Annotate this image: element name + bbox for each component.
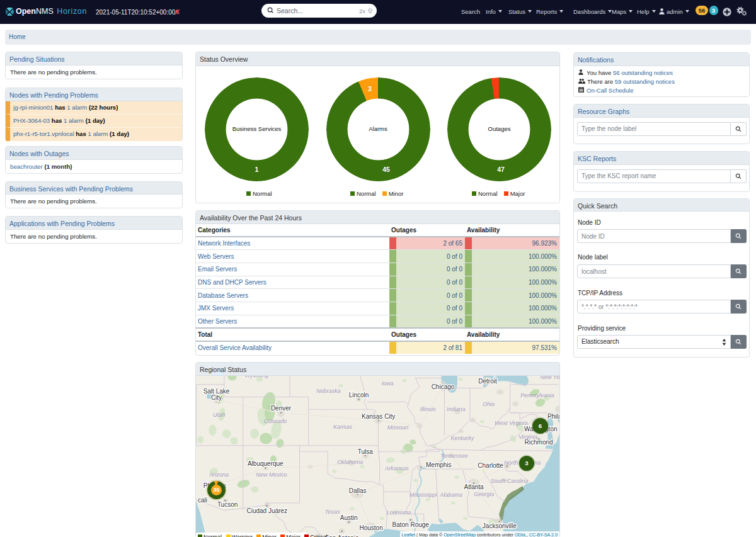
svg-text:Illinois: Illinois <box>420 406 437 412</box>
svg-text:City: City <box>211 394 222 401</box>
svg-text:New York: New York <box>541 376 559 380</box>
svg-text:Missouri: Missouri <box>387 424 410 431</box>
svg-text:Kansas City: Kansas City <box>362 412 395 419</box>
svg-text:South Carolina: South Carolina <box>491 477 529 483</box>
svg-text:Austin: Austin <box>340 514 358 521</box>
svg-text:Kentucky: Kentucky <box>451 435 475 441</box>
svg-text:Nebraska: Nebraska <box>316 387 341 393</box>
svg-text:Baton Rouge: Baton Rouge <box>392 521 430 528</box>
svg-text:Indiana: Indiana <box>447 406 466 412</box>
svg-text:Colorado: Colorado <box>264 417 287 424</box>
svg-text:Jacksonville: Jacksonville <box>483 523 517 529</box>
svg-text:Tennessee: Tennessee <box>440 453 468 459</box>
svg-text:Kansas: Kansas <box>333 424 353 430</box>
svg-text:Chicago: Chicago <box>432 383 455 390</box>
svg-text:Dallas: Dallas <box>349 487 367 494</box>
svg-text:Tulsa: Tulsa <box>358 448 374 455</box>
svg-text:Detroit: Detroit <box>478 377 497 384</box>
svg-text:Utah: Utah <box>213 412 225 418</box>
svg-text:Denver: Denver <box>271 405 292 412</box>
svg-text:Ohio: Ohio <box>483 401 495 407</box>
svg-text:Pennsylvania: Pennsylvania <box>520 392 554 398</box>
svg-text:Arizona: Arizona <box>209 471 229 477</box>
svg-text:Mississippi: Mississippi <box>410 492 438 498</box>
svg-text:Tucson: Tucson <box>217 501 238 508</box>
svg-text:Lincoln: Lincoln <box>349 392 369 399</box>
svg-text:Atlanta: Atlanta <box>464 483 484 490</box>
svg-text:Texas: Texas <box>325 508 340 514</box>
svg-text:Georgia: Georgia <box>474 491 494 497</box>
svg-text:Albuquerque: Albuquerque <box>248 460 284 467</box>
svg-text:Alabama: Alabama <box>440 492 463 498</box>
svg-text:Houston: Houston <box>359 524 382 531</box>
svg-text:Philadelphia: Philadelphia <box>547 413 559 420</box>
svg-text:Wyoming: Wyoming <box>244 376 268 378</box>
svg-text:Memphis: Memphis <box>426 461 452 468</box>
svg-text:New Mexico: New Mexico <box>256 471 287 477</box>
svg-text:Ciudad Juárez: Ciudad Juárez <box>246 507 287 514</box>
svg-text:Charlotte: Charlotte <box>478 461 503 468</box>
svg-text:San Antonio: San Antonio <box>325 534 359 537</box>
svg-text:Virginia: Virginia <box>518 433 537 439</box>
svg-text:Oklahoma: Oklahoma <box>337 458 363 465</box>
svg-text:Louisiana: Louisiana <box>387 509 411 516</box>
svg-text:cali: cali <box>198 497 207 504</box>
svg-text:Arkansas: Arkansas <box>384 465 409 471</box>
svg-text:West Virginia: West Virginia <box>495 419 528 426</box>
svg-text:Iowa: Iowa <box>382 380 394 386</box>
